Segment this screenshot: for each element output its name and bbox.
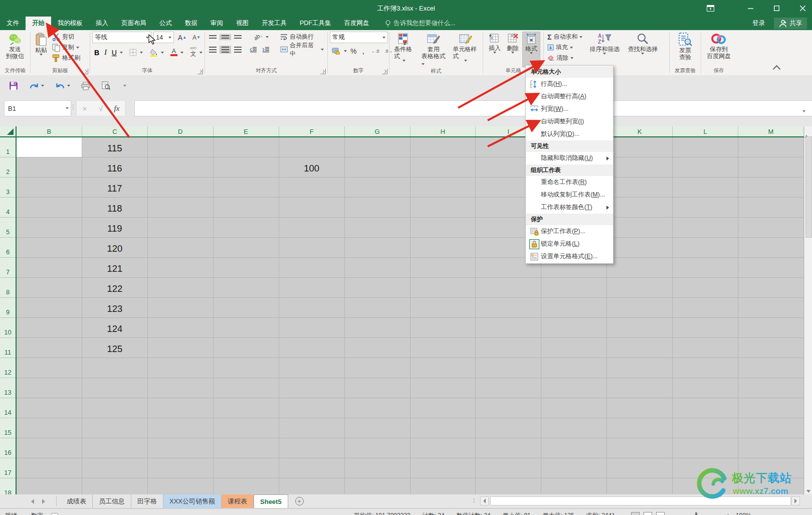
comma-style-button[interactable]: , xyxy=(360,46,366,57)
tell-me-box[interactable]: 告诉我您想要做什么... xyxy=(385,17,456,30)
cell-C2[interactable]: 116 xyxy=(82,157,148,178)
cell-B12[interactable] xyxy=(17,358,82,378)
cell-H1[interactable] xyxy=(411,137,476,157)
cell-H6[interactable] xyxy=(411,238,476,258)
cell-E12[interactable] xyxy=(214,358,279,378)
cell-F18[interactable] xyxy=(279,478,345,494)
confirm-entry-icon[interactable]: √ xyxy=(93,104,109,113)
cell-B13[interactable] xyxy=(17,378,82,398)
cell-L8[interactable] xyxy=(673,278,738,298)
row-header-13[interactable]: 13 xyxy=(0,378,16,398)
cell-D14[interactable] xyxy=(148,398,214,418)
cell-L5[interactable] xyxy=(673,218,738,238)
menu-item-format-cells[interactable]: 设置单元格格式(E)... xyxy=(526,250,613,263)
cell-J12[interactable] xyxy=(541,358,607,378)
menu-item-move-copy-sheet[interactable]: 移动或复制工作表(M)... xyxy=(526,189,613,201)
delete-cells-button[interactable]: 删除 xyxy=(504,32,521,67)
cell-K5[interactable] xyxy=(607,218,673,238)
column-header-K[interactable]: K xyxy=(607,126,673,136)
cell-B17[interactable] xyxy=(17,458,82,478)
cell-G2[interactable] xyxy=(345,157,411,178)
invoice-check-button[interactable]: 发票 查验 xyxy=(676,32,695,67)
cell-K6[interactable] xyxy=(607,238,673,258)
zoom-slider-thumb[interactable] xyxy=(695,512,697,515)
conditional-formatting-button[interactable]: ≠ 条件格式 xyxy=(391,32,417,68)
cell-L14[interactable] xyxy=(673,398,738,418)
underline-button[interactable]: U xyxy=(110,48,119,58)
zoom-in-icon[interactable]: + xyxy=(726,512,730,515)
minimize-button[interactable] xyxy=(742,0,759,17)
cell-K4[interactable] xyxy=(607,198,673,218)
cell-G18[interactable] xyxy=(345,478,411,494)
cell-E17[interactable] xyxy=(214,458,279,478)
cell-E6[interactable] xyxy=(214,238,279,258)
font-color-icon[interactable]: A xyxy=(168,48,179,57)
zoom-out-icon[interactable]: − xyxy=(672,512,675,515)
undo-button[interactable] xyxy=(55,82,65,90)
cell-H7[interactable] xyxy=(411,258,476,278)
fill-button[interactable]: 填充 xyxy=(546,42,584,53)
cell-F10[interactable] xyxy=(279,318,345,338)
copy-button[interactable]: 复制 xyxy=(51,42,82,53)
menu-item-lock-cell[interactable]: 锁定单元格(L) xyxy=(526,238,613,250)
menu-item-column-width[interactable]: 列宽(W)... xyxy=(526,103,613,115)
format-as-table-button[interactable]: 套用 表格格式 xyxy=(419,32,449,68)
page-layout-view-icon[interactable] xyxy=(644,512,652,515)
tab-home[interactable]: 开始 xyxy=(26,17,51,30)
cell-L10[interactable] xyxy=(673,318,738,338)
cell-B1[interactable] xyxy=(17,137,82,157)
cell-B2[interactable] xyxy=(17,157,82,178)
cell-M9[interactable] xyxy=(738,298,804,318)
cell-I17[interactable] xyxy=(476,458,541,478)
cell-K10[interactable] xyxy=(607,318,673,338)
cell-E7[interactable] xyxy=(214,258,279,278)
tab-my-templates[interactable]: 我的模板 xyxy=(51,17,89,30)
column-header-B[interactable]: B xyxy=(17,126,82,136)
cell-L13[interactable] xyxy=(673,378,738,398)
cell-M16[interactable] xyxy=(738,438,804,458)
maximize-button[interactable] xyxy=(768,0,785,17)
increase-decimal-icon[interactable]: ←.0 xyxy=(369,48,381,55)
cell-F2[interactable]: 100 xyxy=(279,157,345,178)
cell-I13[interactable] xyxy=(476,378,541,398)
cancel-entry-icon[interactable]: × xyxy=(77,104,93,113)
cell-M2[interactable] xyxy=(738,157,804,178)
cell-C1[interactable]: 115 xyxy=(82,137,148,157)
cell-H10[interactable] xyxy=(411,318,476,338)
select-all-corner[interactable] xyxy=(0,126,17,137)
cell-I14[interactable] xyxy=(476,398,541,418)
cell-H11[interactable] xyxy=(411,338,476,358)
cell-H18[interactable] xyxy=(411,478,476,494)
cell-H8[interactable] xyxy=(411,278,476,298)
cell-K13[interactable] xyxy=(607,378,673,398)
cell-B5[interactable] xyxy=(17,218,82,238)
cell-E2[interactable] xyxy=(214,157,279,178)
number-dialog-launcher[interactable] xyxy=(382,69,387,74)
cell-C8[interactable]: 122 xyxy=(82,278,148,298)
cell-F5[interactable] xyxy=(279,218,345,238)
row-header-12[interactable]: 12 xyxy=(0,358,16,378)
cell-D18[interactable] xyxy=(148,478,214,494)
cell-D17[interactable] xyxy=(148,458,214,478)
redo-button[interactable] xyxy=(29,82,39,90)
font-dialog-launcher[interactable] xyxy=(197,69,203,74)
cell-B4[interactable] xyxy=(17,198,82,218)
menu-item-rename-sheet[interactable]: 重命名工作表(R) xyxy=(526,176,613,189)
sheet-tab-sheet5[interactable]: Sheet5 xyxy=(254,494,288,508)
row-header-9[interactable]: 9 xyxy=(0,298,16,318)
cell-J17[interactable] xyxy=(541,458,607,478)
row-header-6[interactable]: 6 xyxy=(0,238,16,258)
sheet-tab-employee-info[interactable]: 员工信息 xyxy=(93,494,131,508)
cell-G8[interactable] xyxy=(345,278,411,298)
cell-G3[interactable] xyxy=(345,178,411,198)
tab-view[interactable]: 视图 xyxy=(230,17,255,30)
column-header-C[interactable]: C xyxy=(82,126,148,136)
cell-D13[interactable] xyxy=(148,378,214,398)
cell-L6[interactable] xyxy=(673,238,738,258)
next-sheet-icon[interactable] xyxy=(42,499,45,504)
cell-H16[interactable] xyxy=(411,438,476,458)
cell-C18[interactable] xyxy=(82,478,148,494)
align-center-icon[interactable] xyxy=(220,46,231,54)
cell-F4[interactable] xyxy=(279,198,345,218)
macro-record-icon[interactable] xyxy=(51,513,58,515)
